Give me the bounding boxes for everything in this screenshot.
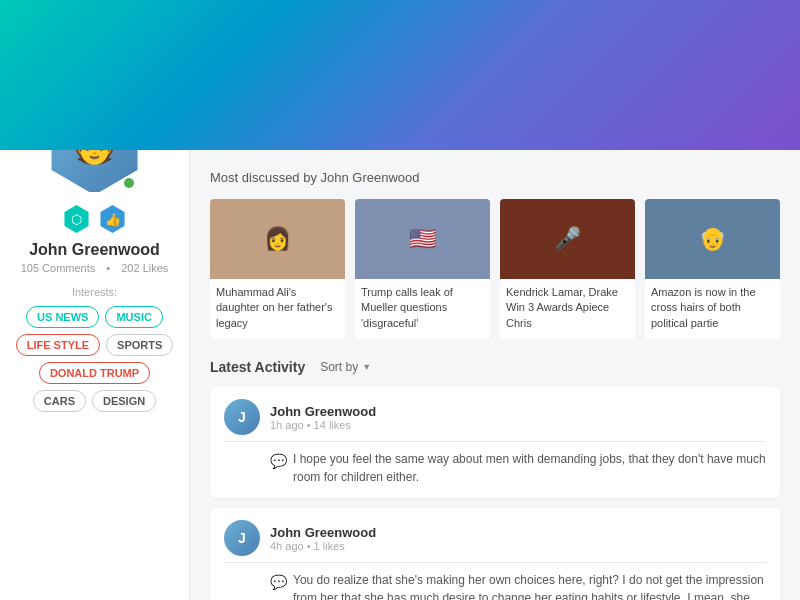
interest-tag-music[interactable]: MUSIC — [105, 306, 162, 328]
user-stats: 105 Comments • 202 Likes — [15, 262, 174, 274]
most-discussed-title: Most discussed by John Greenwood — [210, 170, 780, 185]
interest-tag-cars[interactable]: CARS — [33, 390, 86, 412]
article-caption-art2: Trump calls leak of Mueller questions 'd… — [355, 279, 490, 339]
article-caption-art3: Kendrick Lamar, Drake Win 3 Awards Apiec… — [500, 279, 635, 339]
interest-tag-life-style[interactable]: LIFE STYLE — [16, 334, 100, 356]
activity-user-name-1: John Greenwood — [270, 525, 376, 540]
activity-meta-1: 4h ago • 1 likes — [270, 540, 376, 552]
divider-1 — [224, 562, 766, 563]
sort-by-label: Sort by — [320, 360, 358, 374]
activity-card-0: JJohn Greenwood1h ago • 14 likes💬I hope … — [210, 387, 780, 498]
sort-by-button[interactable]: Sort by ▼ — [320, 360, 371, 374]
article-caption-art4: Amazon is now in the cross hairs of both… — [645, 279, 780, 339]
interest-tag-design[interactable]: DESIGN — [92, 390, 156, 412]
comments-count: 105 Comments — [21, 262, 96, 274]
latest-activity-title: Latest Activity — [210, 359, 305, 375]
comment-body-0: I hope you feel the same way about men w… — [293, 450, 766, 486]
badge-row: ⬡ 👍 — [15, 205, 174, 233]
user-name: John Greenwood — [15, 241, 174, 259]
latest-activity-header: Latest Activity Sort by ▼ — [210, 359, 780, 375]
articles-row: 👩Muhammad Ali's daughter on her father's… — [210, 199, 780, 339]
article-image-art4: 👴 — [645, 199, 780, 279]
comment-bubble-icon-1: 💬 — [270, 572, 287, 593]
avatar-container: 🧑 — [15, 150, 174, 195]
article-card-art4[interactable]: 👴Amazon is now in the cross hairs of bot… — [645, 199, 780, 339]
activity-user-info-0: John Greenwood1h ago • 14 likes — [270, 404, 376, 431]
activity-user-row-1: JJohn Greenwood4h ago • 1 likes — [224, 520, 766, 556]
activity-avatar-0: J — [224, 399, 260, 435]
article-card-art3[interactable]: 🎤Kendrick Lamar, Drake Win 3 Awards Apie… — [500, 199, 635, 339]
interest-tag-us-news[interactable]: US NEWS — [26, 306, 99, 328]
article-card-art2[interactable]: 🇺🇸Trump calls leak of Mueller questions … — [355, 199, 490, 339]
activity-avatar-1: J — [224, 520, 260, 556]
interest-tag-donald-trump[interactable]: DONALD TRUMP — [39, 362, 150, 384]
badge-hexagon-icon: ⬡ — [63, 205, 91, 233]
article-caption-art1: Muhammad Ali's daughter on her father's … — [210, 279, 345, 339]
sidebar: 🧑 ⬡ 👍 John Greenwood 105 Comments • 202 … — [0, 150, 190, 600]
activity-user-row-0: JJohn Greenwood1h ago • 14 likes — [224, 399, 766, 435]
article-image-art3: 🎤 — [500, 199, 635, 279]
article-card-art1[interactable]: 👩Muhammad Ali's daughter on her father's… — [210, 199, 345, 339]
interest-tag-sports[interactable]: SPORTS — [106, 334, 173, 356]
interests-grid: US NEWSMUSICLIFE STYLESPORTSDONALD TRUMP… — [15, 306, 174, 412]
divider-0 — [224, 441, 766, 442]
stats-separator: • — [106, 262, 110, 274]
activity-card-1: JJohn Greenwood4h ago • 1 likes💬You do r… — [210, 508, 780, 600]
article-image-art2: 🇺🇸 — [355, 199, 490, 279]
activity-meta-0: 1h ago • 14 likes — [270, 419, 376, 431]
activity-user-name-0: John Greenwood — [270, 404, 376, 419]
online-indicator — [122, 176, 136, 190]
sort-by-chevron-icon: ▼ — [362, 362, 371, 372]
comment-body-1: You do realize that she's making her own… — [293, 571, 766, 600]
activity-user-info-1: John Greenwood4h ago • 1 likes — [270, 525, 376, 552]
article-image-art1: 👩 — [210, 199, 345, 279]
badge-thumbsup-icon: 👍 — [99, 205, 127, 233]
interests-label: Interests: — [15, 286, 174, 298]
activity-comment-text-0: 💬I hope you feel the same way about men … — [224, 450, 766, 486]
activity-comment-text-1: 💬You do realize that she's making her ow… — [224, 571, 766, 600]
header-banner — [0, 0, 800, 150]
comment-bubble-icon-0: 💬 — [270, 451, 287, 472]
likes-count: 202 Likes — [121, 262, 168, 274]
main-content: Most discussed by John Greenwood 👩Muhamm… — [190, 150, 800, 600]
comments-container: JJohn Greenwood1h ago • 14 likes💬I hope … — [210, 387, 780, 600]
